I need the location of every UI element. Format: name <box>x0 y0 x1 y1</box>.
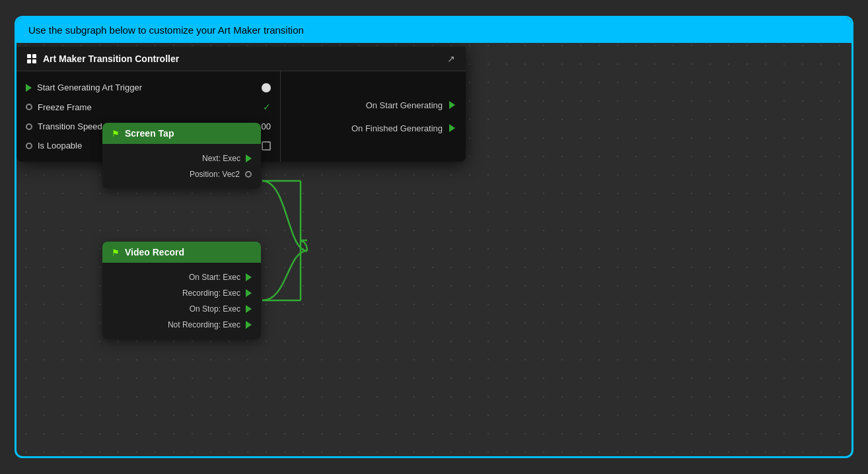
not-recording-row: Not Recording: Exec <box>102 317 261 333</box>
connector-to-art-maker <box>301 241 307 251</box>
on-finished-generating-label: On Finished Generating <box>351 123 443 133</box>
top-banner: Use the subgraph below to customize your… <box>17 18 851 43</box>
expand-icon[interactable]: ↗ <box>447 53 455 64</box>
video-record-header: ⚑ Video Record <box>102 242 261 263</box>
on-stop-row: On Stop: Exec <box>102 301 261 317</box>
on-start-generating-label: On Start Generating <box>366 100 443 110</box>
next-exec-row: Next: Exec <box>102 151 261 166</box>
art-maker-outputs: On Start Generating On Finished Generati… <box>281 71 466 162</box>
screen-tap-header: ⚑ Screen Tap <box>102 123 261 144</box>
is-loopable-checkbox[interactable] <box>262 141 271 151</box>
screen-tap-body: Next: Exec Position: Vec2 <box>102 144 261 189</box>
position-vec2-row: Position: Vec2 <box>102 166 261 182</box>
banner-text: Use the subgraph below to customize your… <box>28 24 304 36</box>
flag-icon: ⚑ <box>112 129 120 139</box>
video-record-title: Video Record <box>125 247 184 257</box>
grid-icon <box>27 54 36 63</box>
on-finished-generating-port[interactable] <box>449 124 455 132</box>
screen-tap-node: ⚑ Screen Tap Next: Exec Position: Vec2 <box>102 123 261 189</box>
freeze-frame-label: Freeze Frame <box>38 102 258 112</box>
transition-speed-port[interactable] <box>26 123 32 130</box>
freeze-frame-row: Freeze Frame ✓ <box>17 97 280 117</box>
not-recording-port[interactable] <box>246 321 252 329</box>
connector-video-record-to-art-maker <box>262 251 307 300</box>
recording-row: Recording: Exec <box>102 285 261 301</box>
on-start-port[interactable] <box>246 273 252 281</box>
not-recording-label: Not Recording: Exec <box>168 320 240 329</box>
on-start-generating-row: On Start Generating <box>281 94 466 117</box>
art-maker-header-left: Art Maker Transition Controller <box>27 53 179 64</box>
on-start-label: On Start: Exec <box>189 273 240 282</box>
on-start-generating-port[interactable] <box>449 101 455 109</box>
video-record-body: On Start: Exec Recording: Exec On Stop: … <box>102 263 261 339</box>
on-start-row: On Start: Exec <box>102 269 261 285</box>
position-vec2-label: Position: Vec2 <box>190 170 240 179</box>
start-generating-exec-port[interactable] <box>26 84 32 92</box>
start-generating-label: Start Generating Art Trigger <box>37 83 256 92</box>
freeze-frame-port[interactable] <box>26 104 32 110</box>
start-generating-toggle[interactable] <box>262 83 271 92</box>
next-exec-port[interactable] <box>246 154 252 162</box>
start-generating-row: Start Generating Art Trigger <box>17 78 280 97</box>
recording-label: Recording: Exec <box>182 288 240 298</box>
recording-port[interactable] <box>246 289 252 297</box>
art-maker-title: Art Maker Transition Controller <box>43 53 179 64</box>
position-vec2-port[interactable] <box>245 171 252 178</box>
freeze-frame-check: ✓ <box>263 102 271 112</box>
is-loopable-port[interactable] <box>26 143 32 149</box>
on-stop-port[interactable] <box>246 305 252 313</box>
on-finished-generating-row: On Finished Generating <box>281 117 466 140</box>
flag-icon-2: ⚑ <box>112 248 120 257</box>
canvas-area: ⚑ Screen Tap Next: Exec Position: Vec2 ⚑… <box>17 47 851 456</box>
main-canvas: Use the subgraph below to customize your… <box>15 16 853 458</box>
on-stop-label: On Stop: Exec <box>190 304 240 314</box>
screen-tap-title: Screen Tap <box>125 128 174 139</box>
next-exec-label: Next: Exec <box>202 154 240 163</box>
video-record-node: ⚑ Video Record On Start: Exec Recording:… <box>102 242 261 339</box>
art-maker-header: Art Maker Transition Controller ↗ <box>17 47 466 71</box>
connector-screen-tap-to-art-maker <box>262 181 307 251</box>
